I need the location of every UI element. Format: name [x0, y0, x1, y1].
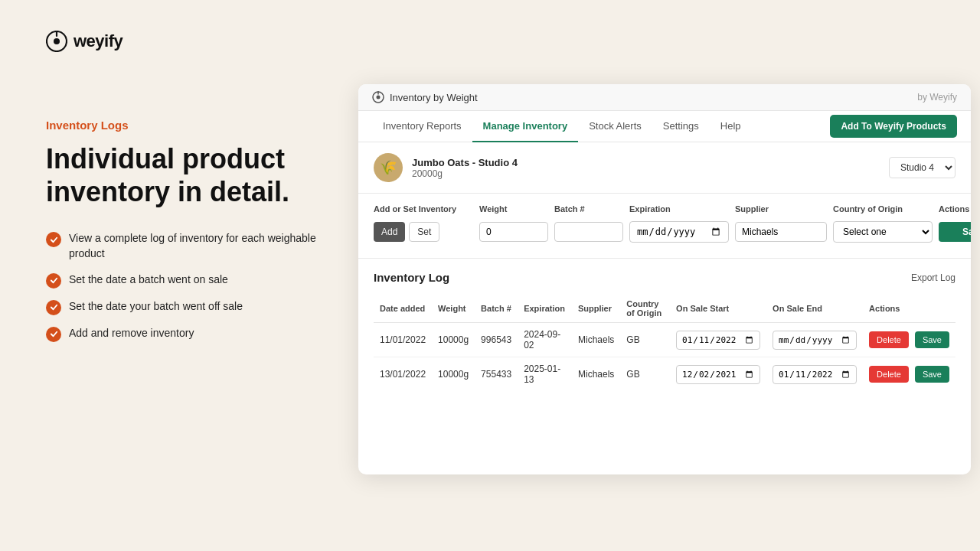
product-weight: 20000g — [412, 168, 518, 179]
col-expiration: Expiration — [518, 295, 572, 323]
form-header: Add or Set Inventory Weight Batch # Expi… — [374, 204, 956, 214]
col-actions: Actions — [863, 295, 956, 323]
product-info: 🌾 Jumbo Oats - Studio 4 20000g — [374, 153, 518, 182]
cell-on-sale-end-2 — [766, 357, 863, 392]
headline: Individual product inventory in detail. — [46, 142, 337, 208]
cell-weight-1: 10000g — [432, 323, 475, 357]
supplier-input[interactable] — [735, 222, 827, 242]
save-button-2[interactable]: Save — [915, 366, 949, 383]
delete-button-1[interactable]: Delete — [869, 331, 909, 348]
tab-manage-inventory[interactable]: Manage Inventory — [472, 111, 579, 142]
svg-point-1 — [54, 38, 60, 44]
form-col-actions: Actions — [939, 204, 971, 214]
app-header: Inventory by Weight by Weyify — [358, 84, 971, 111]
tab-inventory-reports[interactable]: Inventory Reports — [372, 111, 472, 142]
check-icon-1 — [46, 232, 61, 247]
cell-weight-2: 10000g — [432, 357, 475, 392]
cell-batch-2: 755433 — [475, 357, 518, 392]
log-table-header-row: Date added Weight Batch # Expiration Sup… — [374, 295, 956, 323]
actions-cell-1: Delete Save — [869, 331, 949, 348]
country-select[interactable]: Select one GB US — [833, 221, 933, 243]
cell-country-2: GB — [620, 357, 670, 392]
cell-country-1: GB — [620, 323, 670, 357]
log-section: Inventory Log Export Log Date added Weig… — [358, 259, 971, 403]
form-col-batch: Batch # — [554, 204, 623, 214]
product-section: 🌾 Jumbo Oats - Studio 4 20000g Studio 4 — [358, 142, 971, 194]
form-save-button[interactable]: Save — [939, 222, 971, 242]
feature-item-2: Set the date a batch went on sale — [46, 272, 337, 289]
logo-icon — [46, 31, 67, 52]
add-button[interactable]: Add — [374, 222, 405, 242]
log-title: Inventory Log — [374, 271, 449, 284]
cell-on-sale-start-2 — [670, 357, 766, 392]
on-sale-end-input-2[interactable] — [773, 365, 857, 384]
product-image: 🌾 — [374, 153, 403, 182]
app-header-title: Inventory by Weight — [390, 92, 478, 103]
form-add-set: Add Set — [374, 222, 473, 242]
cell-actions-2: Delete Save — [863, 357, 956, 392]
feature-item-4: Add and remove inventory — [46, 326, 337, 342]
export-log-link[interactable]: Export Log — [911, 272, 956, 283]
col-batch: Batch # — [475, 295, 518, 323]
tab-help[interactable]: Help — [710, 111, 752, 142]
feature-item-3: Set the date your batch went off sale — [46, 299, 337, 315]
features-list: View a complete log of inventory for eac… — [46, 231, 337, 341]
form-col-weight: Weight — [479, 204, 548, 214]
check-icon-4 — [46, 327, 61, 342]
cell-expiration-1: 2024-09-02 — [518, 323, 572, 357]
delete-button-2[interactable]: Delete — [869, 366, 909, 383]
col-weight: Weight — [432, 295, 475, 323]
cell-date-2: 13/01/2022 — [374, 357, 432, 392]
feature-text-3: Set the date your batch went off sale — [69, 299, 243, 315]
cell-on-sale-start-1 — [670, 323, 766, 357]
expiration-input[interactable] — [629, 221, 729, 243]
on-sale-start-input-2[interactable] — [676, 365, 760, 384]
save-button-1[interactable]: Save — [915, 331, 949, 348]
inventory-form: Add or Set Inventory Weight Batch # Expi… — [358, 194, 971, 259]
set-button[interactable]: Set — [409, 222, 439, 242]
actions-cell-2: Delete Save — [869, 366, 949, 383]
add-to-weyify-button[interactable]: Add To Weyify Products — [830, 115, 957, 138]
nav-tabs-left: Inventory Reports Manage Inventory Stock… — [372, 111, 752, 142]
app-header-left: Inventory by Weight — [372, 91, 478, 103]
studio-select[interactable]: Studio 4 — [889, 157, 956, 178]
nav-tabs: Inventory Reports Manage Inventory Stock… — [358, 111, 971, 142]
app-logo-icon — [372, 91, 384, 103]
logo: weyify — [46, 31, 122, 52]
cell-on-sale-end-1 — [766, 323, 863, 357]
form-col-expiration: Expiration — [629, 204, 729, 214]
section-label: Inventory Logs — [46, 119, 337, 132]
col-supplier: Supplier — [572, 295, 620, 323]
app-header-by: by Weyify — [917, 92, 957, 103]
col-country: Country of Origin — [620, 295, 670, 323]
log-table: Date added Weight Batch # Expiration Sup… — [374, 295, 956, 391]
tab-settings[interactable]: Settings — [652, 111, 710, 142]
col-on-sale-start: On Sale Start — [670, 295, 766, 323]
cell-date-1: 11/01/2022 — [374, 323, 432, 357]
form-col-add-inventory: Add or Set Inventory — [374, 204, 473, 214]
app-window: Inventory by Weight by Weyify Inventory … — [358, 84, 971, 474]
col-date-added: Date added — [374, 295, 432, 323]
feature-item-1: View a complete log of inventory for eac… — [46, 231, 337, 261]
left-panel: Inventory Logs Individual product invent… — [46, 119, 337, 342]
batch-input[interactable] — [554, 222, 623, 242]
log-table-head: Date added Weight Batch # Expiration Sup… — [374, 295, 956, 323]
feature-text-4: Add and remove inventory — [69, 326, 194, 341]
check-icon-3 — [46, 300, 61, 315]
product-details: Jumbo Oats - Studio 4 20000g — [412, 157, 518, 179]
form-row: Add Set Select one GB US Save — [374, 221, 956, 243]
form-col-country: Country of Origin — [833, 204, 933, 214]
weight-input[interactable] — [479, 222, 548, 242]
cell-supplier-1: Michaels — [572, 323, 620, 357]
on-sale-end-input-1[interactable] — [773, 331, 857, 350]
cell-expiration-2: 2025-01-13 — [518, 357, 572, 392]
form-col-supplier: Supplier — [735, 204, 827, 214]
on-sale-start-input-1[interactable] — [676, 331, 760, 350]
logo-text: weyify — [74, 31, 122, 51]
log-table-body: 11/01/2022 10000g 996543 2024-09-02 Mich… — [374, 323, 956, 392]
svg-point-4 — [377, 96, 381, 99]
feature-text-2: Set the date a batch went on sale — [69, 272, 228, 288]
table-row: 13/01/2022 10000g 755433 2025-01-13 Mich… — [374, 357, 956, 392]
tab-stock-alerts[interactable]: Stock Alerts — [578, 111, 652, 142]
log-header: Inventory Log Export Log — [374, 271, 956, 284]
